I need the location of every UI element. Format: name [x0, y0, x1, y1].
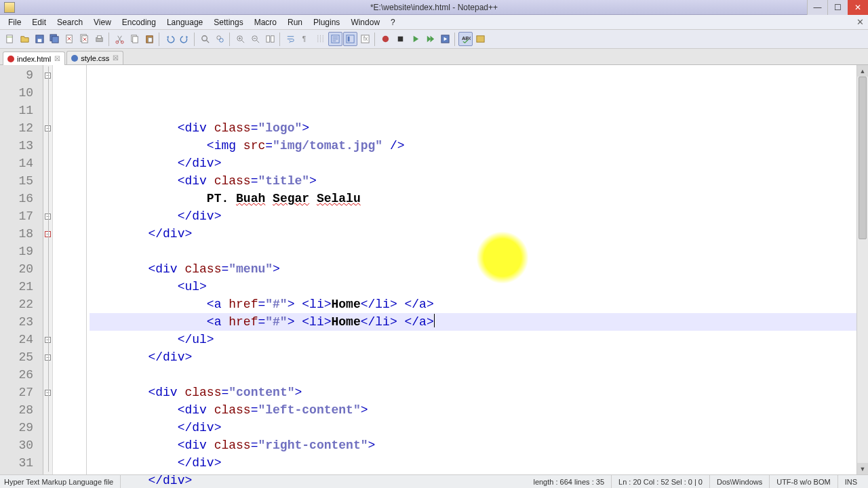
svg-rect-2 — [38, 39, 42, 43]
margin — [53, 65, 87, 474]
window-title: *E:\website\index.html - Notepad++ — [370, 3, 498, 12]
paste-icon[interactable] — [142, 32, 157, 46]
play-multi-icon[interactable] — [423, 32, 437, 46]
new-file-icon[interactable] — [3, 32, 17, 46]
cut-icon[interactable] — [113, 32, 127, 46]
svg-rect-25 — [347, 35, 354, 43]
menu-run[interactable]: Run — [282, 16, 308, 28]
scroll-thumb[interactable] — [859, 77, 867, 239]
tab-modified-icon — [7, 56, 14, 62]
svg-rect-30 — [398, 37, 403, 42]
vertical-scrollbar[interactable]: ▲ ▼ — [856, 65, 868, 474]
menu-search[interactable]: Search — [52, 16, 88, 28]
undo-icon[interactable] — [163, 32, 177, 46]
func-list-icon[interactable]: fx — [358, 32, 372, 46]
close-file-icon[interactable] — [62, 32, 77, 46]
svg-rect-13 — [133, 37, 138, 43]
print-icon[interactable] — [92, 32, 106, 46]
tab-close-icon[interactable]: ☒ — [54, 56, 60, 62]
svg-point-16 — [202, 36, 208, 41]
svg-rect-0 — [7, 35, 12, 43]
tab-bar: index.html ☒ style.css ☒ — [0, 49, 868, 65]
open-file-icon[interactable] — [18, 32, 32, 46]
tab-saved-icon — [71, 55, 78, 62]
record-macro-icon[interactable] — [378, 32, 393, 46]
spell-check-icon[interactable]: ABC — [458, 32, 473, 46]
save-macro-icon[interactable] — [438, 32, 452, 46]
svg-rect-26 — [348, 37, 350, 42]
indent-guide-icon[interactable] — [313, 32, 328, 46]
svg-text:fx: fx — [363, 35, 368, 42]
doc-map-icon[interactable] — [343, 32, 357, 46]
menu-view[interactable]: View — [88, 16, 117, 28]
menu-file[interactable]: File — [3, 16, 26, 28]
window-controls: — ☐ ✕ — [807, 0, 868, 15]
tab-close-icon[interactable]: ☒ — [112, 55, 119, 62]
line-number-gutter: 9101112131415161718192021222324252627282… — [0, 65, 43, 474]
tab-label: index.html — [17, 55, 51, 63]
doc-switcher-icon[interactable] — [473, 32, 488, 46]
close-button[interactable]: ✕ — [848, 0, 868, 15]
replace-icon[interactable] — [213, 32, 227, 46]
save-all-icon[interactable] — [47, 32, 62, 46]
minimize-button[interactable]: — — [807, 0, 827, 15]
svg-text:¶: ¶ — [302, 35, 307, 43]
code-editor[interactable]: <div class="logo"> <img src="img/tomat.j… — [87, 65, 856, 474]
play-macro-icon[interactable] — [408, 32, 422, 46]
app-icon — [4, 2, 15, 13]
menu-help[interactable]: ? — [385, 16, 401, 28]
show-all-chars-icon[interactable]: ¶ — [298, 32, 313, 46]
fold-column[interactable]: −−−−−−− — [43, 65, 53, 474]
toolbar: ¶ fx ABC — [0, 30, 868, 49]
menu-plugins[interactable]: Plugins — [308, 16, 345, 28]
tab-label: style.css — [81, 54, 109, 62]
svg-text:ABC: ABC — [462, 35, 471, 41]
svg-rect-33 — [477, 36, 484, 42]
word-wrap-icon[interactable] — [283, 32, 298, 46]
menu-settings[interactable]: Settings — [208, 16, 248, 28]
stop-macro-icon[interactable] — [393, 32, 408, 46]
tab-index-html[interactable]: index.html ☒ — [3, 52, 65, 65]
zoom-out-icon[interactable] — [248, 32, 262, 46]
menu-edit[interactable]: Edit — [26, 16, 52, 28]
maximize-button[interactable]: ☐ — [827, 0, 848, 15]
svg-rect-4 — [52, 37, 58, 43]
menu-macro[interactable]: Macro — [249, 16, 282, 28]
close-all-icon[interactable] — [77, 32, 92, 46]
menu-encoding[interactable]: Encoding — [117, 16, 161, 28]
svg-point-29 — [382, 36, 389, 42]
svg-rect-21 — [267, 36, 270, 42]
find-icon[interactable] — [198, 32, 212, 46]
svg-rect-15 — [149, 38, 153, 43]
svg-rect-22 — [271, 36, 274, 42]
sync-scroll-icon[interactable] — [263, 32, 277, 46]
redo-icon[interactable] — [178, 32, 192, 46]
copy-icon[interactable] — [127, 32, 142, 46]
svg-rect-9 — [98, 36, 102, 39]
save-icon[interactable] — [33, 32, 47, 46]
editor-area[interactable]: 9101112131415161718192021222324252627282… — [0, 65, 868, 474]
menu-language[interactable]: Language — [161, 16, 208, 28]
scroll-down-icon[interactable]: ▼ — [857, 463, 868, 474]
title-bar: *E:\website\index.html - Notepad++ — ☐ ✕ — [0, 0, 868, 15]
svg-point-18 — [220, 39, 224, 43]
zoom-in-icon[interactable] — [233, 32, 248, 46]
user-lang-icon[interactable] — [328, 32, 342, 46]
menu-window[interactable]: Window — [345, 16, 385, 28]
close-document-button[interactable]: ✕ — [856, 17, 864, 27]
tab-style-css[interactable]: style.css ☒ — [66, 51, 123, 64]
scroll-up-icon[interactable]: ▲ — [857, 65, 868, 77]
menu-bar: File Edit Search View Encoding Language … — [0, 15, 868, 30]
